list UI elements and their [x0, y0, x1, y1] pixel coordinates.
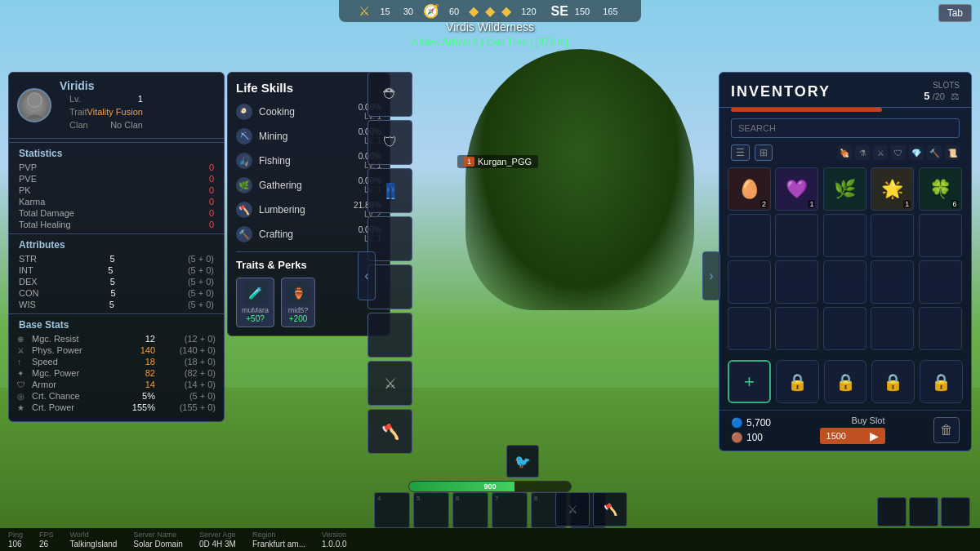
inv-item-2-icon: 🌿	[834, 179, 856, 200]
equip-offhand[interactable]: 🪓	[368, 409, 412, 454]
mid-val: +200	[289, 314, 308, 323]
inv-cell-5[interactable]	[728, 214, 771, 257]
equip-weapon1[interactable]	[368, 313, 412, 358]
filter-icon-craft[interactable]: 🔨	[927, 145, 942, 160]
version-val: 1.0.0.0	[322, 540, 347, 549]
equip-legs[interactable]: 👖	[368, 168, 412, 213]
age-label: Server Age	[199, 531, 236, 539]
filter-icon-misc[interactable]: 💎	[909, 145, 924, 160]
compass-direction-se: SE	[551, 4, 568, 19]
tab-button[interactable]: Tab	[938, 4, 972, 22]
total-healing-label: Total Healing	[19, 220, 71, 229]
skill-fishing[interactable]: 🎣 Fishing 0.00% Lv. 1	[236, 152, 381, 170]
char-level: 1	[138, 94, 143, 104]
inv-filter-list[interactable]: ☰	[731, 144, 750, 161]
inv-cell-10[interactable]	[728, 260, 771, 304]
inv-cell-0[interactable]: 🥚 2	[728, 167, 771, 211]
buy-slot-input[interactable]: 1500 ▶	[820, 428, 885, 444]
combat-slot-weapon2[interactable]: 🪓	[593, 492, 627, 527]
filter-icon-scroll[interactable]: 📜	[945, 145, 960, 160]
inv-add-button[interactable]: +	[728, 360, 771, 403]
inv-cell-13[interactable]	[871, 260, 914, 304]
inv-cell-16[interactable]	[775, 307, 818, 350]
region-label: Region	[252, 531, 305, 539]
cooking-name: Cooking	[259, 106, 352, 118]
inv-cell-11[interactable]	[775, 260, 818, 304]
inv-cell-12[interactable]	[823, 260, 866, 304]
scroll-left-arrow[interactable]: ‹	[358, 251, 376, 300]
inv-cell-7[interactable]	[823, 214, 866, 257]
inv-lock-btn-3[interactable]: 🔒	[871, 360, 915, 403]
total-damage-value: 0	[209, 208, 214, 218]
skill-mining[interactable]: ⛏ Mining 0.00% Lv. 1	[236, 127, 381, 145]
gathering-icon: 🌿	[236, 177, 252, 193]
skill-lumbering[interactable]: 🪓 Lumbering 21.88% Lv. 2	[236, 201, 381, 219]
equip-weapon2[interactable]: ⚔	[368, 361, 412, 406]
buy-slot-section: Buy Slot 1500 ▶	[820, 415, 885, 444]
statistics-header: Statistics	[9, 142, 224, 162]
inv-cell-17[interactable]	[823, 307, 866, 350]
char-header: Viridis Lv. 1 Trait Vitality Fusion Clan…	[9, 73, 224, 139]
inv-cell-9[interactable]	[919, 214, 962, 257]
ping-val: 106	[8, 540, 23, 549]
scroll-right-arrow[interactable]: ›	[702, 251, 720, 300]
inv-search-input[interactable]	[731, 118, 960, 138]
info-fps: FPS 26	[39, 531, 54, 549]
skill-icon-1[interactable]: 🐦	[506, 445, 539, 478]
oak-tree	[466, 49, 694, 310]
inv-lock-btn-1[interactable]: 🔒	[776, 360, 819, 403]
inv-cell-8[interactable]	[871, 214, 914, 257]
compass-num-120: 120	[514, 7, 542, 16]
inv-item-3-count: 1	[903, 200, 911, 208]
skill-crafting[interactable]: 🔨 Crafting 0.00% Lv. 1	[236, 225, 381, 243]
age-val: 0D 4H 3M	[199, 540, 236, 549]
trait-badge-mid[interactable]: 🏺 mid5? +200	[281, 278, 315, 327]
hotbar-slot-5[interactable]: 5	[413, 492, 449, 528]
inv-cell-18[interactable]	[871, 307, 914, 350]
inv-title: INVENTORY	[731, 83, 831, 100]
crafting-name: Crafting	[259, 229, 352, 240]
br-slot-3[interactable]	[941, 497, 970, 527]
inv-cell-1[interactable]: 💜 1	[775, 167, 818, 211]
hotbar-slot-4[interactable]: 4	[374, 492, 410, 528]
inv-lock-btn-4[interactable]: 🔒	[920, 360, 963, 403]
filter-icon-all[interactable]: 🍖	[837, 145, 852, 160]
equip-helmet[interactable]: ⛑	[368, 72, 412, 117]
hotbar-slot-6[interactable]: 6	[452, 492, 488, 528]
filter-icon-gear[interactable]: 🛡	[891, 145, 906, 160]
fps-val: 26	[39, 540, 54, 549]
trash-button[interactable]: 🗑	[933, 417, 960, 443]
skill-cooking[interactable]: 🍳 Cooking 0.00% Lv. 1	[236, 103, 381, 121]
diamond-icon-2: ◆	[485, 3, 495, 19]
inv-cell-4[interactable]: 🍀 6	[919, 167, 962, 211]
combat-slot-weapon1[interactable]: ⚔	[555, 492, 590, 527]
filter-icon-potion[interactable]: ⚗	[855, 145, 870, 160]
inv-cell-14[interactable]	[919, 260, 962, 304]
base-mgc-resist: ⊕ Mgc. Resist 12 (12 + 0)	[9, 333, 224, 344]
server-label: Server Name	[133, 531, 183, 539]
inv-cell-6[interactable]	[775, 214, 818, 257]
attributes-header: Attributes	[9, 233, 224, 253]
skill-gathering[interactable]: 🌿 Gathering 0.00% Lv. 1	[236, 176, 381, 194]
inv-cell-19[interactable]	[919, 307, 962, 350]
world-label: World	[70, 531, 118, 539]
base-phys-power: ⚔ Phys. Power 140 (140 + 0)	[9, 344, 224, 356]
trait-badge-mumara[interactable]: 🧪 muMara +50?	[236, 278, 274, 327]
info-world: World TalkingIsland	[70, 531, 118, 549]
inv-cell-2[interactable]: 🌿	[823, 167, 866, 211]
char-level-row: Lv. 1	[60, 92, 153, 105]
inv-header: INVENTORY SLOTS 5 /20 ⚖	[719, 73, 971, 108]
currency-gold: 🔵 5,700	[731, 417, 771, 429]
filter-icon-weapon[interactable]: ⚔	[873, 145, 888, 160]
br-slot-2[interactable]	[909, 497, 938, 527]
inv-filter-grid[interactable]: ⊞	[755, 144, 773, 161]
equip-chest[interactable]: 🛡	[368, 120, 412, 165]
inv-cell-3[interactable]: 🌟 1	[871, 167, 914, 211]
br-slot-1[interactable]	[877, 497, 906, 527]
hotbar-slot-7[interactable]: 7	[492, 492, 528, 528]
inv-cell-15[interactable]	[728, 307, 771, 350]
gold-amount: 5,700	[746, 417, 771, 429]
inv-lock-btn-2[interactable]: 🔒	[824, 360, 867, 403]
pvp-value: 0	[209, 162, 214, 172]
buy-slot-label: Buy Slot	[852, 415, 885, 425]
